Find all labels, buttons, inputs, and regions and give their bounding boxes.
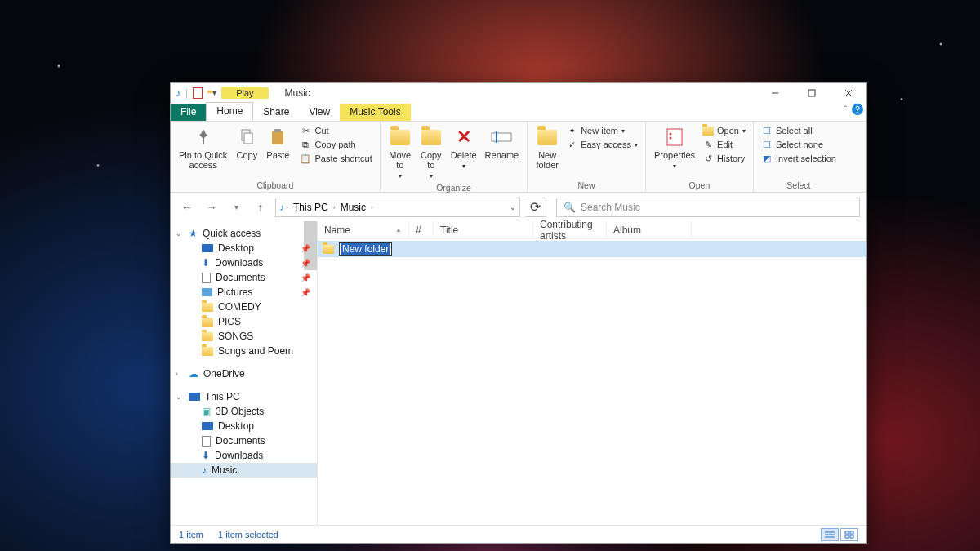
move-to-button[interactable]: Move to▾ — [385, 124, 415, 183]
search-input[interactable]: 🔍 Search Music — [556, 198, 860, 217]
nav-pictures[interactable]: Pictures📌 — [171, 285, 317, 300]
new-item-button[interactable]: ✦New item▾ — [564, 124, 640, 137]
collapse-icon[interactable]: ⌄ — [176, 229, 182, 238]
tab-view[interactable]: View — [299, 104, 340, 121]
qat-overflow-icon[interactable]: ▾ — [212, 88, 216, 97]
list-item[interactable]: New folder — [318, 241, 866, 257]
onedrive-icon: ☁ — [189, 368, 198, 380]
help-icon[interactable]: ? — [852, 104, 863, 115]
chevron-right-icon[interactable]: › — [369, 203, 375, 211]
col-name[interactable]: Name▲ — [318, 221, 409, 238]
music-icon: ♪ — [202, 464, 207, 476]
invert-selection-button[interactable]: ◩Invert selection — [759, 152, 839, 165]
svg-rect-10 — [667, 129, 682, 145]
select-none-button[interactable]: ☐Select none — [759, 138, 839, 151]
details-view-button[interactable] — [821, 528, 839, 541]
nav-songs-and-poems[interactable]: Songs and Poem — [171, 344, 317, 358]
nav-documents[interactable]: Documents📌 — [171, 270, 317, 285]
file-list[interactable]: New folder — [318, 239, 866, 525]
easy-access-icon: ✓ — [566, 139, 577, 150]
easy-access-button[interactable]: ✓Easy access▾ — [564, 138, 640, 151]
nav-songs[interactable]: SONGS — [171, 329, 317, 344]
titlebar[interactable]: ♪ | ▾ Play Music — [171, 83, 866, 102]
nav-back-button[interactable]: ← — [177, 201, 197, 214]
tab-music-tools[interactable]: Music Tools — [340, 104, 410, 121]
nav-pics[interactable]: PICS — [171, 314, 317, 329]
copy-button[interactable]: Copy — [232, 124, 261, 162]
search-icon: 🔍 — [564, 202, 576, 213]
breadcrumb[interactable]: ♪ › This PC › Music › ⌄ — [275, 198, 520, 217]
maximize-button[interactable] — [793, 84, 830, 102]
new-folder-button[interactable]: New folder — [532, 124, 562, 171]
nav-onedrive[interactable]: ›☁OneDrive — [171, 367, 317, 381]
copy-path-button[interactable]: ⧉Copy path — [297, 138, 374, 151]
nav-pc-desktop[interactable]: Desktop — [171, 419, 317, 433]
qat-sep: | — [185, 87, 188, 99]
folder-icon — [323, 245, 334, 254]
chevron-right-icon[interactable]: › — [284, 203, 290, 211]
svg-rect-19 — [850, 535, 853, 538]
svg-rect-6 — [272, 131, 283, 144]
tab-file[interactable]: File — [171, 104, 206, 121]
chevron-right-icon[interactable]: › — [332, 203, 337, 211]
nav-comedy[interactable]: COMEDY — [171, 300, 317, 314]
nav-up-button[interactable]: ↑ — [251, 201, 270, 214]
folder-icon — [202, 347, 213, 356]
open-button[interactable]: Open▾ — [700, 124, 748, 137]
breadcrumb-music[interactable]: Music — [337, 202, 369, 213]
close-button[interactable] — [830, 84, 866, 102]
paste-shortcut-button[interactable]: 📋Paste shortcut — [297, 152, 374, 165]
paste-button[interactable]: Paste — [263, 124, 292, 162]
new-item-icon: ✦ — [566, 125, 577, 136]
nav-quick-access[interactable]: ⌄★Quick access — [171, 226, 317, 241]
pin-icon: 📌 — [301, 244, 310, 253]
delete-button[interactable]: ✕Delete▾ — [448, 124, 480, 173]
address-dropdown-icon[interactable]: ⌄ — [510, 202, 516, 211]
tab-share[interactable]: Share — [253, 104, 299, 121]
properties-button[interactable]: Properties▾ — [651, 124, 698, 173]
collapse-icon[interactable]: ⌄ — [176, 393, 182, 401]
copy-to-button[interactable]: Copy to▾ — [416, 124, 446, 183]
cut-button[interactable]: ✂Cut — [297, 124, 374, 137]
select-all-button[interactable]: ☐Select all — [759, 124, 839, 137]
nav-forward-button[interactable]: → — [202, 201, 221, 214]
pictures-icon — [202, 288, 212, 296]
rename-input[interactable]: New folder — [339, 242, 392, 256]
col-album[interactable]: Album — [607, 221, 692, 238]
ribbon-group-organize: Move to▾ Copy to▾ ✕Delete▾ Rename Organi… — [381, 122, 528, 192]
rename-button[interactable]: Rename — [482, 124, 523, 162]
thumbnails-view-button[interactable] — [840, 528, 858, 541]
nav-desktop[interactable]: Desktop📌 — [171, 241, 317, 256]
pin-to-quick-access-button[interactable]: Pin to Quick access — [176, 124, 230, 171]
nav-pc-music[interactable]: ♪Music — [171, 463, 317, 478]
col-number[interactable]: # — [409, 221, 434, 238]
folder-icon — [202, 303, 213, 312]
nav-this-pc[interactable]: ⌄This PC — [171, 389, 317, 404]
move-to-icon — [389, 126, 412, 149]
col-title[interactable]: Title — [434, 221, 533, 238]
refresh-button[interactable]: ⟳ — [525, 198, 546, 217]
new-folder-icon — [536, 126, 559, 149]
sort-asc-icon: ▲ — [395, 226, 402, 233]
minimize-button[interactable] — [756, 84, 793, 102]
nav-downloads[interactable]: ⬇Downloads📌 — [171, 256, 317, 270]
edit-button[interactable]: ✎Edit — [700, 138, 748, 151]
documents-icon — [202, 436, 211, 447]
new-doc-icon[interactable] — [193, 87, 203, 99]
nav-pc-documents[interactable]: Documents — [171, 433, 317, 448]
nav-3d-objects[interactable]: ▣3D Objects — [171, 404, 317, 419]
history-button[interactable]: ↺History — [700, 152, 748, 165]
svg-rect-1 — [808, 90, 815, 96]
navigation-pane[interactable]: ⌄★Quick access Desktop📌 ⬇Downloads📌 Docu… — [171, 221, 318, 525]
desktop-icon — [202, 244, 213, 252]
nav-recent-button[interactable]: ▾ — [226, 202, 246, 211]
col-artists[interactable]: Contributing artists — [533, 221, 607, 238]
ribbon-collapse-icon[interactable]: ˆ — [844, 105, 847, 114]
nav-pc-downloads[interactable]: ⬇Downloads — [171, 448, 317, 463]
3d-objects-icon: ▣ — [202, 406, 211, 417]
breadcrumb-this-pc[interactable]: This PC — [290, 202, 332, 213]
status-count: 1 item — [179, 530, 203, 540]
tab-home[interactable]: Home — [206, 102, 253, 121]
expand-icon[interactable]: › — [176, 370, 178, 378]
select-none-icon: ☐ — [761, 139, 773, 150]
